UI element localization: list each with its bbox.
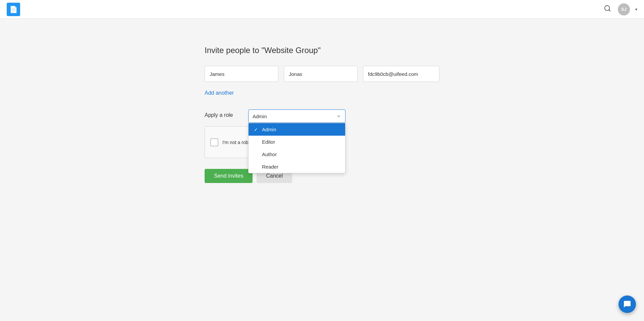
role-option-author-label: Author	[262, 151, 277, 157]
search-button[interactable]	[602, 3, 612, 15]
send-invites-button[interactable]: Send invites	[205, 169, 253, 183]
main-content: Invite people to "Website Group" Add ano…	[0, 19, 644, 196]
app-logo[interactable]: 📄	[7, 3, 20, 16]
role-row-label: Apply a role	[205, 109, 233, 118]
first-name-input[interactable]	[205, 66, 278, 82]
user-avatar[interactable]: SJ	[618, 3, 630, 15]
role-option-reader-label: Reader	[262, 164, 278, 170]
check-icon: ✓	[254, 127, 259, 132]
role-option-reader[interactable]: Reader	[249, 160, 345, 173]
last-name-input[interactable]	[284, 66, 358, 82]
navbar-left: 📄	[7, 3, 20, 16]
email-input[interactable]	[363, 66, 439, 82]
navbar: 📄 SJ ▾	[0, 0, 644, 19]
page-title: Invite people to "Website Group"	[205, 46, 439, 55]
recaptcha-label: I'm not a robot	[222, 140, 252, 145]
chat-icon	[623, 300, 631, 308]
role-option-editor[interactable]: Editor	[249, 136, 345, 148]
role-option-editor-label: Editor	[262, 139, 275, 145]
role-dropdown-trigger[interactable]: Admin	[248, 109, 345, 123]
dropdown-chevron-icon	[336, 114, 341, 119]
form-container: Invite people to "Website Group" Add ano…	[205, 46, 439, 183]
svg-line-1	[609, 10, 610, 11]
role-option-admin-label: Admin	[262, 127, 276, 132]
recaptcha-checkbox[interactable]	[210, 138, 218, 146]
selected-role-text: Admin	[253, 113, 267, 119]
role-dropdown-container: Admin ✓ Admin Editor	[248, 109, 345, 123]
add-another-link[interactable]: Add another	[205, 90, 234, 96]
search-icon	[604, 5, 611, 12]
recaptcha-left: I'm not a robot	[210, 138, 252, 146]
role-row: Apply a role Admin ✓ Admin Edit	[205, 109, 439, 118]
role-option-author[interactable]: Author	[249, 148, 345, 160]
chat-widget-button[interactable]	[619, 295, 636, 313]
navbar-right: SJ ▾	[602, 3, 637, 15]
user-menu-chevron[interactable]: ▾	[635, 7, 637, 12]
role-option-admin[interactable]: ✓ Admin	[249, 123, 345, 136]
role-dropdown-menu: ✓ Admin Editor Author Reader	[248, 123, 345, 173]
name-fields-row	[205, 66, 439, 82]
